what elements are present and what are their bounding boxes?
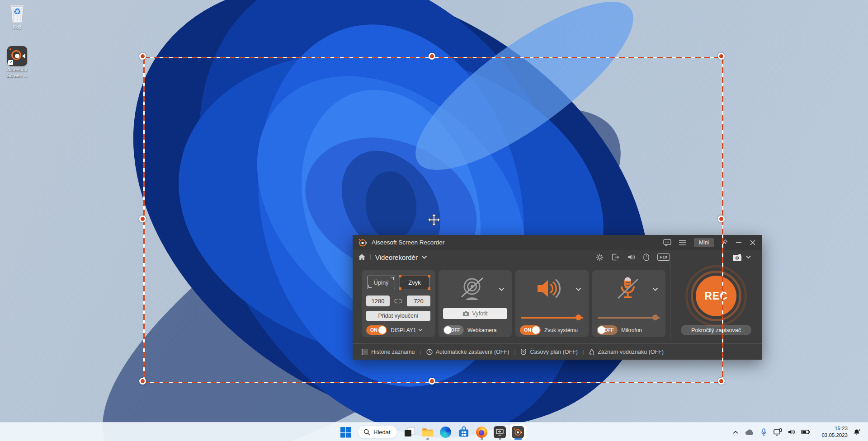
snapshot-button[interactable]: Vyfotit bbox=[443, 308, 507, 319]
selection-handle-mid-left[interactable] bbox=[139, 216, 146, 222]
sound-toggle[interactable]: ON bbox=[520, 325, 541, 335]
start-button[interactable] bbox=[336, 424, 354, 440]
small-camera-icon bbox=[462, 311, 469, 316]
sound-volume-slider[interactable] bbox=[521, 317, 583, 319]
full-screen-button[interactable]: Úplný bbox=[367, 276, 395, 289]
mode-selector-label[interactable]: Videorekordér bbox=[375, 253, 418, 261]
store-button[interactable] bbox=[455, 424, 473, 440]
recycle-symbol: ♻ bbox=[3, 6, 32, 16]
mic-chevron-down-icon[interactable] bbox=[652, 287, 658, 291]
rec-label: REC bbox=[704, 290, 728, 302]
history-list-icon bbox=[362, 349, 368, 355]
sound-check-icon[interactable] bbox=[627, 253, 635, 261]
history-item[interactable]: Historie záznamu bbox=[362, 349, 415, 355]
webcam-row: OFF Webkamera bbox=[443, 325, 496, 335]
file-explorer-button[interactable] bbox=[419, 424, 437, 440]
minimize-icon[interactable] bbox=[735, 239, 743, 247]
tray-chevron-up-icon[interactable] bbox=[731, 427, 740, 437]
sound-chevron-down-icon[interactable] bbox=[576, 287, 581, 291]
tray-clock[interactable]: 15:23 03.05.2023 bbox=[815, 425, 848, 439]
edge-button[interactable] bbox=[437, 424, 455, 440]
snapshot-chevron-down-icon[interactable] bbox=[746, 255, 751, 259]
aiseesoft-shortcut-label: Aiseesoft Screen ... bbox=[3, 67, 32, 78]
notification-bell-dnd-icon[interactable]: z bbox=[853, 427, 862, 437]
onedrive-cloud-icon[interactable] bbox=[745, 427, 754, 437]
add-exclusion-button[interactable]: Přidat vyloučení bbox=[366, 311, 430, 321]
mic-row: OFF Mikrofon bbox=[597, 325, 642, 335]
webcam-panel: Vyfotit OFF Webkamera bbox=[439, 270, 512, 337]
cast-app-button[interactable] bbox=[491, 424, 509, 440]
svg-text:z: z bbox=[859, 428, 860, 431]
selection-handle-top-right[interactable] bbox=[718, 53, 725, 60]
selection-handle-top-mid[interactable] bbox=[429, 53, 435, 60]
selection-handle-mid-right[interactable] bbox=[718, 216, 725, 222]
shortcut-arrow-icon: ↗ bbox=[8, 60, 13, 65]
recycle-bin-label: Koš bbox=[3, 24, 32, 30]
watermark-item[interactable]: Záznam vodoznaku (OFF) bbox=[589, 349, 664, 355]
search-box[interactable]: Hledat bbox=[358, 425, 397, 439]
height-input[interactable] bbox=[407, 296, 430, 306]
webcam-label: Webkamera bbox=[467, 327, 496, 333]
selection-handle-bottom-left[interactable] bbox=[139, 378, 146, 385]
pin-icon[interactable] bbox=[720, 239, 728, 247]
sound-row: ON Zvuk systému bbox=[520, 325, 578, 335]
microphone-in-use-icon[interactable] bbox=[759, 427, 768, 437]
settings-gear-icon[interactable] bbox=[596, 253, 604, 261]
display-row: ON DISPLAY1 bbox=[366, 325, 423, 335]
microphone-panel: OFF Mikrofon bbox=[592, 270, 665, 337]
network-icon[interactable] bbox=[773, 427, 782, 437]
sound-slider-knob[interactable] bbox=[576, 314, 581, 320]
taskbar-center: Hledat bbox=[336, 422, 527, 441]
snapshot-camera-icon[interactable] bbox=[732, 253, 742, 261]
width-input[interactable] bbox=[366, 296, 390, 306]
menu-icon[interactable] bbox=[679, 239, 687, 247]
speaker-icon[interactable] bbox=[535, 277, 563, 300]
mic-label: Mikrofon bbox=[621, 327, 642, 333]
webcam-chevron-down-icon[interactable] bbox=[499, 287, 505, 291]
edge-icon bbox=[440, 427, 451, 438]
move-selection-icon[interactable] bbox=[426, 213, 442, 228]
mini-mode-button[interactable]: Mini bbox=[694, 238, 714, 247]
aiseesoft-taskbar-button[interactable] bbox=[509, 424, 527, 440]
webcam-disabled-icon[interactable] bbox=[458, 275, 486, 303]
aiseesoft-taskbar-icon bbox=[512, 426, 524, 438]
full-screen-label: Úplný bbox=[373, 279, 388, 286]
windows-logo-icon bbox=[340, 427, 351, 438]
tray-date: 03.05.2023 bbox=[815, 432, 848, 439]
battery-charging-icon[interactable] bbox=[801, 427, 810, 437]
display-chevron-down-icon[interactable] bbox=[418, 328, 423, 332]
mouse-icon[interactable] bbox=[643, 253, 649, 261]
nav-tools: F10 bbox=[596, 250, 670, 264]
selection-handle-bottom-right[interactable] bbox=[718, 378, 725, 385]
link-dimensions-icon[interactable] bbox=[394, 298, 402, 304]
mode-chevron-down-icon[interactable] bbox=[421, 255, 427, 259]
display-select-label[interactable]: DISPLAY1 bbox=[391, 327, 416, 333]
mic-toggle[interactable]: OFF bbox=[597, 325, 618, 335]
mic-slider-knob[interactable] bbox=[652, 314, 658, 320]
advanced-recorder-button[interactable]: Pokročilý zapisovač bbox=[681, 325, 751, 335]
system-sound-panel: ON Zvuk systému bbox=[515, 270, 589, 337]
task-view-button[interactable] bbox=[401, 424, 419, 440]
search-placeholder: Hledat bbox=[373, 429, 391, 436]
hotkey-f10-icon[interactable]: F10 bbox=[657, 253, 670, 261]
close-icon[interactable] bbox=[749, 239, 757, 247]
firefox-button[interactable] bbox=[473, 424, 491, 440]
aiseesoft-desktop-shortcut[interactable]: ↗ Aiseesoft Screen ... bbox=[3, 46, 32, 78]
selection-handle-bottom-mid[interactable] bbox=[429, 378, 435, 385]
snapshot-label: Vyfotit bbox=[472, 310, 487, 317]
webcam-toggle[interactable]: OFF bbox=[443, 325, 464, 335]
recycle-bin-shortcut[interactable]: ♻ Koš bbox=[3, 3, 32, 30]
area-toggle[interactable]: ON bbox=[366, 325, 387, 335]
home-icon[interactable] bbox=[358, 253, 366, 261]
microphone-muted-icon[interactable] bbox=[615, 275, 641, 302]
auto-stop-item[interactable]: Automatické zastavení (OFF) bbox=[426, 349, 509, 355]
custom-area-button[interactable]: Zvyk bbox=[400, 276, 429, 289]
schedule-item[interactable]: Časový plán (OFF) bbox=[520, 349, 578, 355]
volume-icon[interactable] bbox=[787, 427, 796, 437]
rec-button[interactable]: REC bbox=[696, 276, 736, 316]
output-format-icon[interactable] bbox=[612, 253, 619, 261]
rec-zone: REC bbox=[692, 271, 741, 321]
mic-volume-slider[interactable] bbox=[598, 317, 660, 319]
selection-handle-top-left[interactable] bbox=[139, 53, 146, 60]
feedback-icon[interactable] bbox=[663, 239, 671, 247]
